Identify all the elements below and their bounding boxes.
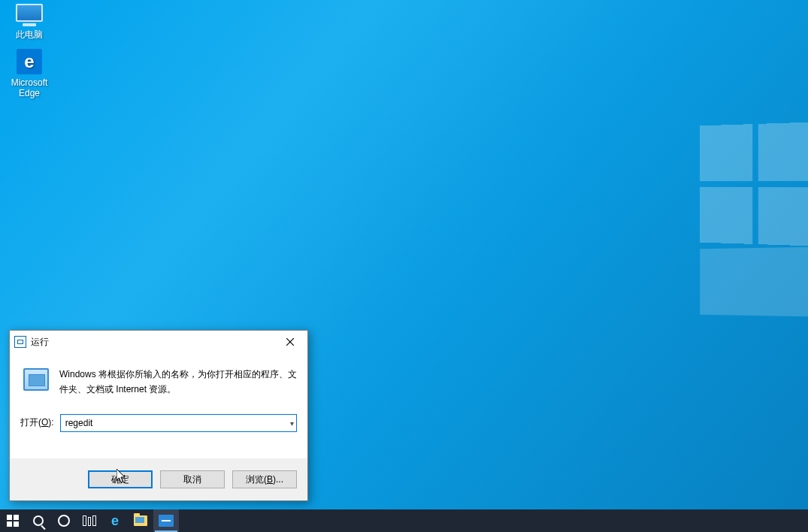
open-label: 打开(O): (20, 416, 54, 429)
icon-label-line1: Microsoft (2, 77, 57, 88)
browse-button[interactable]: 浏览(B)... (232, 470, 297, 488)
ok-button[interactable]: 确定 (88, 470, 153, 488)
taskbar: e (0, 509, 808, 532)
monitor-icon (14, 0, 44, 26)
edge-icon: e (14, 49, 44, 74)
close-button[interactable] (273, 331, 307, 353)
taskview-icon (83, 515, 96, 526)
icon-label-line2: Edge (2, 88, 57, 98)
windows-start-icon (7, 515, 19, 527)
run-icon (159, 515, 174, 527)
taskbar-cortana[interactable] (51, 509, 77, 532)
taskbar-taskview[interactable] (77, 509, 102, 532)
taskbar-edge[interactable]: e (102, 509, 128, 532)
windows-logo-light-base (700, 247, 808, 317)
taskbar-search[interactable] (26, 509, 51, 532)
windows-logo-watermark (700, 122, 808, 246)
run-title-icon (14, 336, 26, 348)
edge-icon: e (111, 513, 119, 529)
search-icon (33, 515, 44, 526)
taskbar-run[interactable] (153, 509, 179, 532)
desktop-icon-this-pc[interactable]: 此电脑 (2, 0, 57, 41)
window-title: 运行 (31, 336, 49, 349)
run-dialog: 运行 Windows 将根据你所输入的名称，为你打开相应的程序、文件夹、文档或 … (9, 330, 308, 501)
cancel-button[interactable]: 取消 (160, 470, 225, 488)
dialog-footer: 确定 取消 浏览(B)... (10, 458, 307, 500)
run-body-icon (23, 368, 49, 391)
close-icon (286, 338, 294, 346)
titlebar[interactable]: 运行 (10, 331, 307, 353)
start-button[interactable] (0, 509, 26, 532)
cortana-icon (58, 515, 70, 527)
folder-icon (134, 515, 147, 526)
open-input[interactable] (60, 414, 297, 432)
desktop-icon-edge[interactable]: e Microsoft Edge (2, 49, 57, 98)
run-description: Windows 将根据你所输入的名称，为你打开相应的程序、文件夹、文档或 Int… (59, 367, 297, 397)
icon-label: 此电脑 (2, 29, 57, 41)
taskbar-file-explorer[interactable] (128, 509, 153, 532)
